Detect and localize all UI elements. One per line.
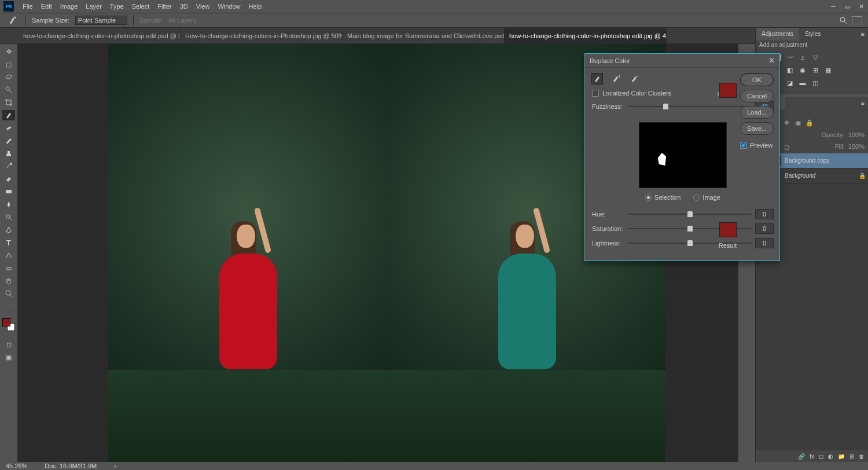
dialog-titlebar[interactable]: Replace Color ✕ [585,54,779,68]
styles-tab[interactable]: Styles [799,28,826,41]
selection-preview[interactable] [639,122,727,188]
hue-slider[interactable] [628,210,752,218]
eyedropper-plus-icon[interactable]: + [610,74,621,84]
localized-checkbox[interactable] [592,90,599,97]
marquee-tool-icon[interactable]: ▢ [2,59,15,69]
quick-select-tool-icon[interactable] [2,85,15,95]
zoom-level[interactable]: 45.26% [6,462,27,469]
document-tab[interactable]: how-to-change-clothing-color-in-photosho… [19,28,181,43]
brush-tool-icon[interactable] [2,135,15,146]
close-icon[interactable]: ✕ [768,56,775,65]
mask-icon[interactable]: ◻ [819,453,823,460]
save-button[interactable]: Save... [740,122,774,135]
lasso-tool-icon[interactable] [2,72,15,82]
menu-file[interactable]: File [19,0,37,13]
foreground-color-swatch[interactable] [2,318,10,326]
selection-radio[interactable]: Selection [645,194,681,201]
document-tab[interactable]: Main blog image for Summerana and Clickw… [343,28,505,43]
menu-edit[interactable]: Edit [37,0,56,13]
pen-tool-icon[interactable] [2,225,15,235]
search-icon[interactable] [839,16,847,24]
crop-tool-icon[interactable] [2,97,15,108]
menu-image[interactable]: Image [56,0,82,13]
vibrance-icon[interactable]: ▽ [810,53,821,62]
new-layer-icon[interactable]: ⊞ [849,453,854,460]
threshold-icon[interactable]: ◪ [785,78,795,87]
fill-value[interactable]: 100% [848,143,865,151]
shape-tool-icon[interactable]: ▭ [2,263,15,273]
move-tool-icon[interactable]: ✥ [2,46,15,57]
menu-type[interactable]: Type [106,0,128,13]
menu-window[interactable]: Window [214,0,244,13]
stamp-tool-icon[interactable] [2,148,15,159]
load-button[interactable]: Load... [740,106,774,119]
window-minimize-icon[interactable]: ─ [826,0,840,13]
document-tab-active[interactable]: how-to-change-clothing-color-in-photosho… [505,28,667,43]
lock-artboard-icon[interactable]: ▣ [794,119,802,127]
menu-view[interactable]: View [192,0,214,13]
sample-size-select[interactable]: Point Sample [75,16,127,25]
menu-3d[interactable]: 3D [176,0,192,13]
image-radio[interactable]: Image [693,194,720,201]
healing-tool-icon[interactable] [2,123,15,133]
gradient-map-icon[interactable]: ▬ [797,78,808,87]
lock-position-icon[interactable]: ✥ [782,119,790,127]
lightness-input[interactable]: 0 [755,238,774,248]
menu-layer[interactable]: Layer [82,0,106,13]
layer-name[interactable]: Background copy [785,157,829,164]
color-swatch[interactable] [719,83,737,98]
bw-icon[interactable]: ◧ [785,65,795,75]
doc-size[interactable]: Doc: 16.0M/31.9M [45,462,97,469]
curves-icon[interactable]: 〰 [785,53,795,62]
lock-icon[interactable]: 🔒 [859,172,866,179]
opacity-value[interactable]: 100% [848,131,865,138]
menu-filter[interactable]: Filter [153,0,175,13]
preview-checkbox[interactable]: ✓ [740,142,747,149]
path-tool-icon[interactable] [2,250,15,260]
current-tool-icon[interactable] [6,14,20,26]
hand-tool-icon[interactable] [2,276,15,286]
workspace-switcher-icon[interactable] [852,16,862,24]
status-arrow-icon[interactable]: › [114,462,116,469]
color-swatches[interactable] [2,318,15,331]
channel-mixer-icon[interactable]: ⊞ [810,65,821,75]
result-swatch[interactable] [719,222,737,237]
type-tool-icon[interactable]: T [2,237,15,248]
saturation-input[interactable]: 0 [755,223,774,234]
adjustments-tab[interactable]: Adjustments [756,28,799,41]
menu-help[interactable]: Help [245,0,266,13]
gradient-tool-icon[interactable] [2,186,15,197]
cancel-button[interactable]: Cancel [740,90,774,102]
link-icon[interactable]: 🔗 [798,453,805,460]
menu-select[interactable]: Select [128,0,154,13]
fuzziness-slider[interactable] [629,102,751,111]
history-brush-tool-icon[interactable] [2,161,15,171]
ok-button[interactable]: OK [740,74,774,86]
panel-menu-icon[interactable]: ≡ [858,100,868,107]
eyedropper-minus-icon[interactable]: - [629,74,639,84]
fx-icon[interactable]: fx [810,453,814,460]
delete-layer-icon[interactable]: 🗑 [859,453,865,460]
dodge-tool-icon[interactable] [2,212,15,222]
color-lookup-icon[interactable]: ▦ [823,65,833,75]
eyedropper-icon[interactable] [592,74,602,84]
selective-color-icon[interactable]: ◫ [810,78,821,87]
exposure-icon[interactable]: ± [797,53,808,62]
document-tab[interactable]: How-to-change-clothing-colors-in-Photosh… [181,28,343,43]
group-icon[interactable]: 📁 [838,453,845,460]
screen-mode-icon[interactable]: ▣ [2,352,15,362]
eraser-tool-icon[interactable] [2,174,15,184]
hue-input[interactable]: 0 [755,209,774,219]
window-close-icon[interactable]: ✕ [854,0,868,13]
quick-mask-icon[interactable]: ◻ [2,339,15,350]
zoom-tool-icon[interactable] [2,288,15,299]
panel-menu-icon[interactable]: ≡ [858,31,868,38]
edit-toolbar-icon[interactable]: ⋯ [2,301,15,311]
photo-filter-icon[interactable]: ◉ [797,65,808,75]
layer-mask-icon[interactable]: ◻ [782,143,790,151]
document-canvas[interactable] [108,44,665,462]
replace-color-dialog[interactable]: Replace Color ✕ + - Localized Color Clus… [584,53,780,261]
window-maximize-icon[interactable]: ▭ [840,0,854,13]
blur-tool-icon[interactable] [2,199,15,210]
layer-name[interactable]: Background [785,172,815,179]
